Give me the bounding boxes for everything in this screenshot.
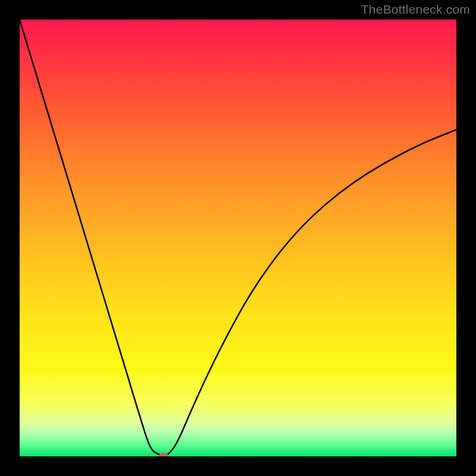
- optimum-marker: [159, 453, 168, 456]
- plot-area: [20, 20, 456, 456]
- chart-canvas: TheBottleneck.com: [0, 0, 476, 476]
- bottleneck-curve: [20, 20, 456, 456]
- watermark-text: TheBottleneck.com: [361, 2, 470, 17]
